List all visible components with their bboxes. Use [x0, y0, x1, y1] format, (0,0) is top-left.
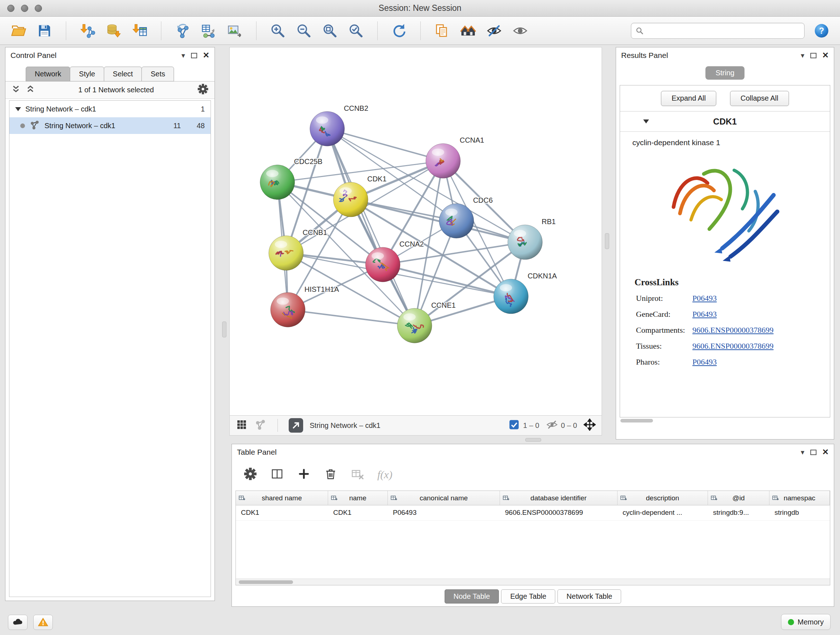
table-cell[interactable]: stringdb: [769, 505, 830, 520]
collapse-all-networks-icon[interactable]: [26, 84, 35, 96]
column-header[interactable]: @id: [708, 491, 769, 505]
network-node-CCNB1[interactable]: CCNB1: [269, 228, 327, 271]
network-node-CDKN1A[interactable]: CDKN1A: [494, 272, 557, 314]
tab-select[interactable]: Select: [104, 67, 142, 81]
network-row[interactable]: String Network – cdk1 11 48: [9, 117, 210, 134]
column-header[interactable]: canonical name: [388, 491, 500, 505]
column-header[interactable]: database identifier: [500, 491, 617, 505]
tab-network[interactable]: Network: [26, 67, 70, 81]
tab-network-table[interactable]: Network Table: [557, 589, 621, 603]
collapse-all-button[interactable]: Collapse All: [730, 91, 789, 106]
crosslink-link[interactable]: P06493: [692, 310, 717, 319]
control-panel: Control Panel ▾ ✕ Network Style Select S…: [5, 47, 215, 601]
open-session-icon[interactable]: [9, 21, 27, 41]
gene-section-header[interactable]: CDK1: [620, 111, 830, 132]
neighbors-icon[interactable]: [459, 21, 477, 41]
node-label-CDC6: CDC6: [473, 196, 493, 204]
network-icon-gray[interactable]: [254, 418, 267, 432]
table-cell[interactable]: CDK1: [236, 505, 328, 520]
delete-column-trash-icon[interactable]: [324, 467, 338, 482]
expand-all-networks-icon[interactable]: [11, 84, 21, 96]
help-icon[interactable]: ?: [813, 21, 831, 41]
zoom-out-icon[interactable]: [295, 21, 313, 41]
network-edge[interactable]: [288, 310, 415, 326]
import-table-icon[interactable]: [131, 21, 149, 41]
collapse-section-icon[interactable]: [643, 119, 649, 124]
network-edge[interactable]: [327, 129, 415, 326]
network-node-HIST1H1A[interactable]: HIST1H1A: [271, 285, 339, 327]
table-cell[interactable]: cyclin-dependent ...: [617, 505, 708, 520]
table-cell[interactable]: 9606.ENSP00000378699: [500, 505, 617, 520]
memory-button[interactable]: Memory: [781, 614, 831, 630]
import-network-file-icon[interactable]: [79, 21, 96, 41]
show-columns-icon[interactable]: [270, 467, 284, 482]
panel-float-icon[interactable]: [810, 450, 816, 455]
panel-menu-icon[interactable]: ▾: [801, 52, 805, 59]
search-input[interactable]: [647, 27, 800, 35]
panel-close-icon[interactable]: ✕: [822, 51, 829, 60]
tree-expand-icon[interactable]: [15, 107, 21, 111]
table-horizontal-scrollbar[interactable]: [236, 578, 830, 585]
crosslink-link[interactable]: 9606.ENSP00000378699: [692, 341, 774, 351]
table-row[interactable]: CDK1 CDK1 P06493 9606.ENSP00000378699 cy…: [236, 505, 830, 521]
pan-mode-icon[interactable]: [584, 418, 596, 432]
splitter-handle[interactable]: [605, 233, 609, 249]
tab-node-table[interactable]: Node Table: [445, 589, 499, 603]
add-column-icon[interactable]: [297, 467, 311, 482]
column-header[interactable]: shared name: [236, 491, 328, 505]
splitter-handle[interactable]: [525, 438, 541, 442]
panel-menu-icon[interactable]: ▾: [801, 448, 805, 456]
column-header[interactable]: description: [617, 491, 708, 505]
open-in-new-window-icon[interactable]: [289, 418, 303, 432]
tab-sets[interactable]: Sets: [141, 67, 174, 81]
tab-string[interactable]: String: [706, 66, 745, 80]
panel-menu-icon[interactable]: ▾: [182, 52, 185, 59]
hide-selected-icon[interactable]: [485, 21, 503, 41]
warning-icon[interactable]: [33, 615, 53, 630]
table-cell[interactable]: P06493: [388, 505, 500, 520]
new-network-icon[interactable]: [174, 21, 192, 41]
table-scrollbar-thumb[interactable]: [239, 580, 293, 584]
search-box[interactable]: [631, 23, 805, 39]
table-cell[interactable]: CDK1: [328, 505, 388, 520]
crosslink-link[interactable]: P06493: [692, 357, 717, 367]
network-edge[interactable]: [351, 200, 525, 242]
network-edge[interactable]: [327, 129, 443, 161]
export-image-icon[interactable]: [226, 21, 244, 41]
network-node-CCNB2[interactable]: CCNB2: [310, 104, 368, 146]
tab-style[interactable]: Style: [70, 67, 104, 81]
column-header[interactable]: namespac: [769, 491, 830, 505]
refresh-icon[interactable]: [390, 21, 408, 41]
results-scrollbar-thumb[interactable]: [621, 419, 653, 423]
copy-icon[interactable]: [433, 21, 451, 41]
network-collection-row[interactable]: String Network – cdk1 1: [9, 101, 210, 117]
zoom-selected-icon[interactable]: [347, 21, 365, 41]
crosslink-link[interactable]: 9606.ENSP00000378699: [692, 325, 774, 335]
network-canvas[interactable]: CCNB2CCNA1CDC25BCDK1CDC6RB1CCNB1CCNA2CDK…: [230, 48, 602, 415]
splitter-handle[interactable]: [222, 321, 226, 337]
birds-eye-view-icon[interactable]: [235, 418, 248, 432]
tab-edge-table[interactable]: Edge Table: [501, 589, 555, 603]
network-node-CCNA1[interactable]: CCNA1: [426, 136, 484, 178]
gear-icon[interactable]: [197, 83, 209, 97]
zoom-in-icon[interactable]: [269, 21, 287, 41]
column-header[interactable]: name: [328, 491, 388, 505]
cloud-icon[interactable]: [8, 615, 27, 630]
panel-float-icon[interactable]: [810, 53, 816, 58]
network-node-CDK1[interactable]: CDK1: [333, 175, 386, 217]
expand-all-button[interactable]: Expand All: [661, 91, 716, 106]
panel-close-icon[interactable]: ✕: [822, 448, 829, 457]
panel-close-icon[interactable]: ✕: [203, 51, 210, 60]
table-cell[interactable]: stringdb:9...: [708, 505, 769, 520]
table-settings-gear-icon[interactable]: [243, 467, 257, 482]
import-network-database-icon[interactable]: [104, 21, 123, 41]
save-session-icon[interactable]: [35, 21, 54, 41]
show-all-icon[interactable]: [511, 21, 529, 41]
hidden-eye-icon[interactable]: [546, 418, 558, 432]
panel-float-icon[interactable]: [191, 53, 197, 58]
crosslink-link[interactable]: P06493: [692, 294, 717, 303]
zoom-fit-icon[interactable]: [321, 21, 339, 41]
selected-checkbox-icon[interactable]: [508, 418, 520, 432]
network-from-table-icon[interactable]: [200, 21, 218, 41]
network-node-RB1[interactable]: RB1: [508, 218, 556, 260]
